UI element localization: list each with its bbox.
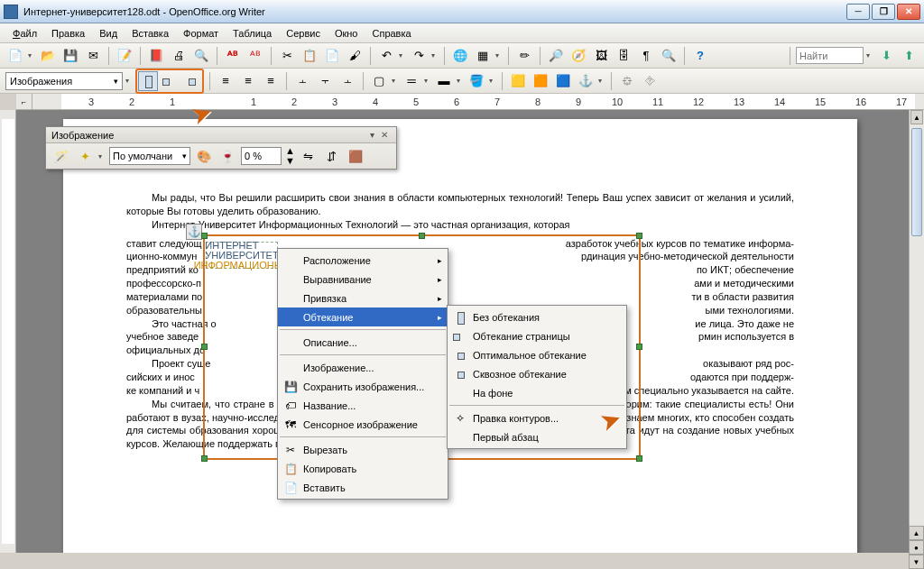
image-props-button[interactable]: 🟫: [346, 146, 365, 166]
anchor-dd[interactable]: ▾: [598, 77, 605, 85]
menu-help[interactable]: Справка: [365, 25, 418, 41]
find-dropdown-icon[interactable]: ▾: [866, 51, 873, 60]
bring-front-button[interactable]: 🟧: [531, 71, 550, 91]
menu-file[interactable]: Файл: [5, 25, 44, 41]
wrap-page-button[interactable]: [160, 71, 180, 91]
wrap-through[interactable]: Сквозное обтекание: [448, 364, 626, 383]
wrap-background[interactable]: На фоне: [448, 383, 626, 402]
ruler-horizontal[interactable]: ⌐ 321 1234 5678 9101112 13141516 17: [16, 94, 924, 110]
table-button[interactable]: ▦: [473, 46, 493, 66]
undo-button[interactable]: ↶: [376, 46, 396, 66]
menu-format[interactable]: Формат: [176, 25, 226, 41]
wrap-first-paragraph[interactable]: Первый абзац: [448, 427, 626, 446]
borders-dd[interactable]: ▾: [392, 77, 399, 85]
ctx-arrangement[interactable]: Расположение▸: [278, 251, 448, 270]
export-pdf-button[interactable]: 📕: [146, 46, 166, 66]
nonprinting-button[interactable]: ¶: [636, 46, 656, 66]
style-apply-dropdown[interactable]: ▾: [125, 77, 133, 85]
wrap-through-button[interactable]: [181, 71, 201, 91]
ctx-paste[interactable]: 📄Вставить: [278, 478, 448, 497]
filter-button[interactable]: 🪄: [51, 146, 71, 166]
graphics-mode-button[interactable]: ✦: [75, 146, 95, 166]
menu-edit[interactable]: Правка: [44, 25, 92, 41]
find-replace-button[interactable]: 🔎: [546, 46, 566, 66]
ctx-copy[interactable]: 📋Копировать: [278, 459, 448, 478]
email-button[interactable]: ✉: [83, 46, 103, 66]
minimize-button[interactable]: ─: [846, 4, 870, 20]
scroll-thumb[interactable]: [911, 128, 922, 236]
image-toolbar[interactable]: Изображение ▾ ✕ 🪄 ✦▾ По умолчани▾ 🎨 🍷 0 …: [45, 126, 397, 170]
redo-dropdown-icon[interactable]: ▾: [431, 51, 439, 60]
nav-object-button[interactable]: ●: [909, 540, 924, 555]
graphics-mode-combo[interactable]: По умолчани▾: [109, 147, 190, 165]
redo-button[interactable]: ↷: [409, 46, 429, 66]
menu-tools[interactable]: Сервис: [279, 25, 328, 41]
prev-page-button[interactable]: ▲: [909, 526, 924, 540]
borders-button[interactable]: ▢: [369, 71, 389, 91]
open-button[interactable]: 📂: [38, 46, 58, 66]
embedded-image[interactable]: ИНТЕРНЕТ УНИВЕРСИТЕТ ИНФОРМАЦИОННЫ: [206, 242, 278, 269]
align-left-button[interactable]: ≡: [216, 71, 236, 91]
cut-button[interactable]: ✂: [277, 46, 297, 66]
border-color-button[interactable]: ▬: [434, 71, 454, 91]
border-color-dd[interactable]: ▾: [457, 77, 464, 85]
flip-v-button[interactable]: ⇵: [322, 146, 342, 166]
ctx-cut[interactable]: ✂Вырезать: [278, 440, 448, 459]
table-dropdown-icon[interactable]: ▾: [495, 51, 503, 60]
transparency-button[interactable]: 🍷: [217, 146, 237, 166]
navigator-button[interactable]: 🧭: [568, 46, 588, 66]
paste-button[interactable]: 📄: [322, 46, 342, 66]
wrap-off-button[interactable]: [138, 71, 158, 91]
autospell-button[interactable]: ᴬᴮ: [245, 46, 265, 66]
flip-h-button[interactable]: ⇋: [299, 146, 319, 166]
save-button[interactable]: 💾: [60, 46, 80, 66]
graphics-dd[interactable]: ▾: [98, 152, 106, 161]
unlink-frames-button[interactable]: ⯑: [640, 71, 660, 91]
border-style-dd[interactable]: ▾: [424, 77, 431, 85]
ctx-description[interactable]: Описание...: [278, 333, 448, 352]
copy-button[interactable]: 📋: [300, 46, 319, 66]
gallery-button[interactable]: 🖼: [591, 46, 611, 66]
bg-color-button[interactable]: 🪣: [467, 71, 486, 91]
transparency-spin[interactable]: 0 %: [241, 147, 282, 165]
find-input[interactable]: [796, 47, 864, 64]
preview-button[interactable]: 🔍: [191, 46, 211, 66]
edit-mode-button[interactable]: 📝: [115, 46, 134, 66]
bg-color-dd[interactable]: ▾: [489, 77, 496, 85]
align-center-h-button[interactable]: ≡: [238, 71, 258, 91]
new-doc-button[interactable]: 📄: [5, 46, 25, 66]
find-next-button[interactable]: ⬇: [876, 46, 896, 66]
ctx-save-images[interactable]: 💾Сохранить изображения...: [278, 377, 448, 396]
align-bottom-button[interactable]: ⫠: [337, 71, 357, 91]
scrollbar-vertical[interactable]: ▲ ▼: [909, 110, 924, 553]
toolbar-close-icon[interactable]: ✕: [378, 130, 391, 140]
format-paint-button[interactable]: 🖌: [345, 46, 365, 66]
ctx-wrap[interactable]: Обтекание▸: [278, 307, 448, 326]
image-toolbar-title[interactable]: Изображение ▾ ✕: [46, 127, 396, 143]
restore-button[interactable]: ❐: [872, 4, 895, 20]
wrap-no-wrap[interactable]: Без обтекания: [448, 307, 626, 326]
spin-down-icon[interactable]: ▼: [285, 156, 295, 166]
style-combo[interactable]: Изображения ▾: [5, 72, 123, 90]
ctx-anchor[interactable]: Привязка▸: [278, 289, 448, 307]
undo-dropdown-icon[interactable]: ▾: [399, 51, 406, 60]
wrap-edit-contour[interactable]: ✧Правка контуров...: [448, 408, 626, 427]
toolbar-menu-icon[interactable]: ▾: [365, 130, 378, 140]
show-draw-button[interactable]: ✏: [514, 46, 534, 66]
ctx-image[interactable]: Изображение...: [278, 358, 448, 377]
color-button[interactable]: 🎨: [194, 146, 214, 166]
zoom-button[interactable]: 🔍: [659, 46, 679, 66]
align-right-button[interactable]: ≡: [261, 71, 281, 91]
send-back-button[interactable]: 🟦: [553, 71, 573, 91]
ctx-imagemap[interactable]: 🗺Сенсорное изображение: [278, 415, 448, 434]
frame-props-button[interactable]: 🟨: [508, 71, 528, 91]
menu-insert[interactable]: Вставка: [125, 25, 176, 41]
close-button[interactable]: ✕: [897, 4, 920, 20]
wrap-optimal[interactable]: Оптимальное обтекание: [448, 345, 626, 364]
link-frames-button[interactable]: ⯐: [617, 71, 637, 91]
find-prev-button[interactable]: ⬆: [899, 46, 919, 66]
ctx-alignment[interactable]: Выравнивание▸: [278, 270, 448, 289]
border-style-button[interactable]: ═: [402, 71, 421, 91]
hyperlink-button[interactable]: 🌐: [450, 46, 470, 66]
menu-table[interactable]: Таблица: [226, 25, 279, 41]
